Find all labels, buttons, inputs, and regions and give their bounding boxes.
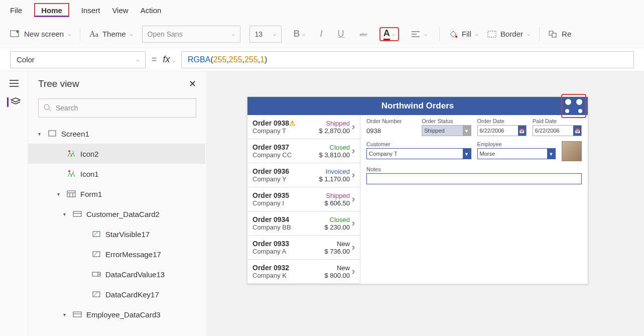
card-icon: [72, 310, 82, 318]
chevron-right-icon: ›: [352, 266, 355, 277]
fx-label[interactable]: fx ⌵: [163, 54, 176, 65]
tree-item-label: Icon1: [80, 170, 99, 178]
paid-date-picker[interactable]: 6/22/2006📅: [533, 125, 582, 136]
order-company: Company CC: [252, 151, 317, 159]
font-name: Open Sans: [148, 30, 183, 38]
border-button[interactable]: Border⌵: [487, 30, 530, 38]
order-row[interactable]: Order 0933Company ANew$ 736.00›: [247, 236, 360, 260]
treeview-rail-button[interactable]: [7, 97, 21, 107]
order-row[interactable]: Order 0934Company BBClosed$ 230.00›: [247, 211, 360, 236]
order-amount: $ 1,170.00: [319, 175, 350, 183]
close-icon[interactable]: ✕: [189, 78, 196, 89]
tree-item[interactable]: ▾Employee_DataCard3: [28, 304, 205, 324]
chevron-down-icon: ⌵: [232, 31, 235, 37]
svg-point-7: [68, 150, 70, 152]
tree-item[interactable]: ErrorMessage17: [28, 244, 205, 264]
field-label: Order Status: [422, 118, 471, 124]
svg-rect-11: [93, 232, 100, 237]
underline-button[interactable]: U: [335, 29, 348, 39]
field-label: Order Date: [477, 118, 527, 124]
tree-item[interactable]: DataCardValue13: [28, 264, 205, 284]
edit-icon: [91, 290, 101, 298]
tree-item-label: Employee_DataCard3: [86, 310, 161, 319]
order-row[interactable]: Order 0932Company KNew$ 800.00›: [247, 260, 360, 284]
reorder-icon: [549, 31, 558, 38]
order-amount: $ 3,810.00: [319, 151, 350, 159]
order-company: Company K: [252, 272, 322, 279]
tree-item-label: StarVisible17: [105, 230, 150, 239]
italic-button[interactable]: I: [317, 29, 326, 39]
bold-button[interactable]: B⌵: [291, 29, 308, 39]
font-size-select[interactable]: 13 ⌵: [249, 26, 282, 43]
order-status: New: [324, 240, 350, 248]
order-status-select[interactable]: Shipped▼: [422, 125, 471, 136]
fill-icon: [449, 30, 458, 39]
order-row[interactable]: Order 0935Company IShipped$ 606.50›: [247, 187, 360, 211]
screen-icon: [10, 30, 20, 38]
caret-icon: ▾: [57, 191, 62, 197]
align-icon: [411, 31, 420, 38]
tree-item[interactable]: Icon1: [28, 164, 205, 184]
font-family-select[interactable]: Open Sans ⌵: [142, 26, 240, 43]
order-number-value: 0938: [366, 125, 416, 135]
card-icon: [72, 210, 82, 218]
tree-item-label: DataCardKey17: [105, 290, 159, 299]
formula-input[interactable]: RGBA(255, 255, 255, 1): [181, 51, 634, 68]
caret-icon: ▾: [38, 131, 43, 137]
font-size: 13: [255, 30, 263, 38]
order-number: Order 0937: [252, 143, 317, 151]
tree-item-label: Icon2: [80, 150, 99, 158]
notes-input[interactable]: [366, 173, 582, 184]
tree-item[interactable]: ▾Customer_DataCard2: [28, 204, 205, 224]
fill-button[interactable]: Fill⌵: [449, 30, 478, 39]
theme-label: Theme: [102, 30, 126, 38]
tree-item[interactable]: Icon2: [28, 144, 205, 164]
search-icon: [44, 104, 52, 112]
order-amount: $ 606.50: [324, 199, 350, 207]
tree-item[interactable]: DataCardKey17: [28, 284, 205, 304]
tree-title: Tree view: [38, 78, 79, 89]
svg-rect-15: [73, 312, 81, 317]
menu-home[interactable]: Home: [34, 3, 69, 17]
reorder-button[interactable]: Re: [549, 30, 571, 38]
order-row[interactable]: Order 0936Company YInvoiced$ 1,170.00›: [247, 163, 360, 187]
border-icon: [487, 31, 496, 38]
chevron-down-icon: ⌵: [68, 31, 71, 37]
theme-icon: Aa: [89, 30, 98, 39]
new-screen-label: New screen: [24, 30, 64, 38]
field-label: Paid Date: [533, 118, 582, 124]
new-screen-button[interactable]: New screen ⌵: [10, 30, 71, 38]
svg-rect-6: [49, 131, 56, 136]
edit-icon: [91, 250, 101, 258]
tree-search-input[interactable]: Search: [38, 98, 196, 118]
customer-select[interactable]: Company T▼: [366, 148, 471, 159]
order-status: Shipped: [319, 120, 350, 127]
tree-item-label: Customer_DataCard2: [86, 210, 160, 218]
order-row[interactable]: Order 0937Company CCClosed$ 3,810.00›: [247, 139, 360, 163]
order-amount: $ 230.00: [324, 223, 350, 231]
order-company: Company BB: [252, 223, 322, 231]
edit-icon: [91, 230, 101, 238]
menu-action[interactable]: Action: [141, 4, 162, 17]
detail-form: Order Number0938 Order Status Shipped▼ O…: [360, 115, 588, 284]
strike-button[interactable]: abc: [357, 31, 370, 37]
menu-view[interactable]: View: [112, 4, 128, 17]
order-list[interactable]: Order 0938⚠Company TShipped$ 2,870.00›Or…: [247, 115, 360, 284]
menu-file[interactable]: File: [10, 4, 22, 17]
tree-item[interactable]: ▾Form1: [28, 184, 205, 204]
font-color-button[interactable]: A⌵: [379, 27, 399, 41]
menu-insert[interactable]: Insert: [81, 4, 100, 17]
layers-icon: [11, 97, 21, 105]
property-select[interactable]: Color ⌵: [10, 51, 146, 68]
order-row[interactable]: Order 0938⚠Company TShipped$ 2,870.00›: [247, 115, 360, 139]
chevron-down-icon: ⌵: [136, 57, 139, 62]
hamburger-icon[interactable]: [9, 79, 19, 87]
tree-item[interactable]: ▾Screen1: [28, 124, 205, 144]
tree-item[interactable]: StarVisible17: [28, 224, 205, 244]
equals-sign: =: [152, 54, 157, 65]
order-amount: $ 736.00: [324, 248, 350, 255]
align-button[interactable]: ⌵: [408, 31, 430, 38]
order-date-picker[interactable]: 6/22/2006📅: [477, 125, 527, 136]
employee-select[interactable]: Morse▼: [477, 148, 556, 159]
theme-button[interactable]: Aa Theme ⌵: [89, 30, 133, 39]
